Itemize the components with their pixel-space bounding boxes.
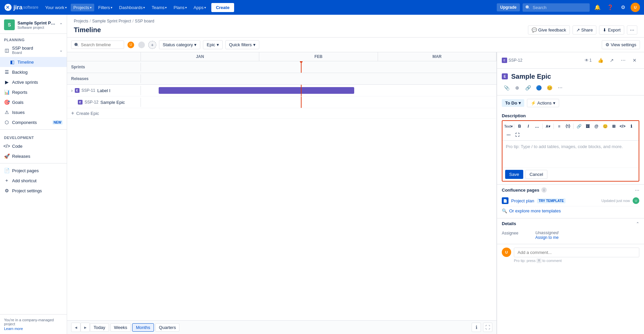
epic-expand-1[interactable]: ›: [71, 88, 73, 93]
share-icon: ↗: [576, 27, 580, 32]
sidebar-item-goals[interactable]: 🎯 Goals: [0, 97, 67, 107]
share-button[interactable]: ↗ Share: [573, 25, 597, 35]
today-button[interactable]: Today: [90, 323, 109, 332]
editor-content[interactable]: Pro tip: Type / to add tables, images, c…: [502, 141, 639, 168]
more-insert-button[interactable]: ⋯: [504, 131, 513, 139]
link-format-button[interactable]: 🔗: [575, 122, 583, 130]
user-avatar[interactable]: U: [631, 3, 640, 12]
breadcrumb-project[interactable]: Sample Sprint Project: [92, 19, 131, 23]
sidebar-item-project-settings[interactable]: ⚙ Project settings: [0, 186, 67, 196]
sidebar-item-project-pages[interactable]: 📄 Project pages: [0, 165, 67, 176]
bullet-list-button[interactable]: ≡: [555, 122, 563, 130]
export-button[interactable]: ⬇ Export: [599, 25, 624, 35]
search-input[interactable]: [523, 3, 590, 12]
vote-button[interactable]: 👍: [596, 56, 605, 65]
status-category-filter[interactable]: Status category ▾: [159, 40, 200, 49]
quick-filters[interactable]: Quick filters ▾: [225, 40, 259, 49]
confluence-info-icon[interactable]: i: [541, 187, 547, 193]
try-template-badge[interactable]: TRY TEMPLATE: [537, 198, 566, 203]
status-filter-chevron: ▾: [194, 42, 197, 47]
sidebar-item-backlog[interactable]: ☰ Backlog: [0, 67, 67, 77]
view-settings-button[interactable]: ⚙ View settings: [602, 40, 640, 49]
settings-button[interactable]: ⚙: [618, 2, 628, 12]
more-toolbar-button[interactable]: ⋯: [555, 83, 565, 92]
add-people-button[interactable]: +: [148, 41, 156, 49]
nav-apps[interactable]: Apps ▾: [191, 4, 209, 11]
panel-more-button[interactable]: ⋯: [619, 56, 628, 65]
create-epic-row[interactable]: + Create Epic: [67, 108, 496, 119]
sidebar-expand-btn[interactable]: ⌃: [59, 22, 63, 27]
nav-next-button[interactable]: ▸: [80, 323, 90, 332]
info-format-button[interactable]: ℹ: [627, 122, 635, 130]
breadcrumb-board[interactable]: SSP board: [135, 19, 154, 23]
sidebar-item-add-shortcut[interactable]: ＋ Add shortcut: [0, 176, 67, 186]
link-button[interactable]: 🔗: [523, 83, 533, 92]
more-format-button[interactable]: …: [533, 122, 541, 130]
sidebar-item-timeline[interactable]: ◧ Timeline: [0, 57, 67, 67]
sidebar-item-reports[interactable]: 📊 Reports: [0, 87, 67, 97]
nav-plans[interactable]: Plans ▾: [171, 4, 190, 11]
today-line-2: [301, 85, 302, 96]
breadcrumb-projects[interactable]: Projects: [74, 19, 88, 23]
child-issue-button[interactable]: ⊕: [513, 83, 522, 92]
quarters-button[interactable]: Quarters: [155, 323, 180, 332]
explore-templates-link[interactable]: 🔍 Or explore more templates: [502, 206, 639, 215]
panel-share-button[interactable]: ↗: [607, 56, 616, 65]
fullscreen-button[interactable]: ⛶: [483, 323, 492, 332]
attach-button[interactable]: 📎: [502, 83, 511, 92]
avatar-filter-2[interactable]: [138, 41, 146, 49]
sidebar-item-releases[interactable]: 🚀 Releases: [0, 151, 67, 161]
numbered-list-button[interactable]: ⑴: [564, 122, 572, 130]
sidebar-item-issues[interactable]: ⚠ Issues: [0, 107, 67, 117]
epic-bar-1[interactable]: [141, 85, 496, 96]
comment-input[interactable]: [514, 248, 639, 257]
timeline-search-input[interactable]: [81, 42, 121, 47]
watch-button[interactable]: 👁 1: [583, 57, 594, 64]
assign-me-link[interactable]: Assign to me: [535, 235, 558, 240]
sidebar-item-active-sprints[interactable]: ▶ Active sprints: [0, 77, 67, 87]
give-feedback-button[interactable]: 💬 Give feedback: [528, 25, 570, 35]
sidebar-item-ssp-board[interactable]: ◫ SSP board Board ⌄: [0, 43, 67, 57]
emoji-format-button[interactable]: 😊: [601, 122, 609, 130]
more-actions-button[interactable]: ⋯: [627, 25, 637, 35]
avatar-filter-1[interactable]: U: [127, 41, 135, 49]
help-button[interactable]: ❓: [605, 2, 615, 12]
status-button[interactable]: To Do ▾: [502, 99, 524, 107]
confluence-more-button[interactable]: ⋯: [635, 188, 639, 193]
sidebar-item-code[interactable]: </> Code: [0, 141, 67, 151]
nav-dashboards[interactable]: Dashboards ▾: [116, 4, 148, 11]
description-editor[interactable]: Text▾ B I … A▾ ≡ ⑴ 🔗 🖼: [502, 120, 639, 182]
details-header[interactable]: Details ⌃: [502, 221, 639, 226]
sidebar-item-components[interactable]: ⬡ Components NEW: [0, 117, 67, 127]
weeks-button[interactable]: Weeks: [110, 323, 131, 332]
bold-button[interactable]: B: [516, 122, 524, 130]
nav-teams[interactable]: Teams ▾: [149, 4, 169, 11]
mention-button[interactable]: @: [592, 122, 600, 130]
emoji-button[interactable]: 😊: [545, 83, 554, 92]
expand-editor-button[interactable]: ⛶: [513, 131, 521, 139]
notifications-button[interactable]: 🔔: [592, 2, 602, 12]
table-button[interactable]: ⊞: [610, 122, 618, 130]
italic-button[interactable]: I: [524, 122, 532, 130]
nav-prev-button[interactable]: ◂: [71, 323, 80, 332]
panel-close-button[interactable]: ✕: [630, 56, 639, 65]
create-button[interactable]: Create: [211, 3, 234, 12]
epic-bar-2[interactable]: [141, 96, 496, 108]
text-style-btn[interactable]: Text▾: [504, 122, 513, 130]
text-color-button[interactable]: A▾: [544, 122, 552, 130]
epic-filter[interactable]: Epic ▾: [203, 40, 222, 49]
image-button[interactable]: 🖼: [584, 122, 592, 130]
nav-filters[interactable]: Filters ▾: [96, 4, 115, 11]
info-button[interactable]: ℹ: [472, 323, 481, 332]
months-button[interactable]: Months: [132, 323, 154, 332]
confluence-page-name[interactable]: Project plan: [511, 198, 534, 203]
nav-your-work[interactable]: Your work ▾: [42, 4, 69, 11]
save-description-button[interactable]: Save: [505, 170, 523, 179]
learn-more[interactable]: Learn more: [4, 327, 63, 331]
cancel-description-button[interactable]: Cancel: [525, 170, 547, 179]
nav-projects[interactable]: Projects ▾: [71, 4, 94, 11]
connect-button[interactable]: 🔵: [534, 83, 543, 92]
upgrade-button[interactable]: Upgrade: [497, 3, 520, 11]
code-button[interactable]: </>: [619, 122, 627, 130]
actions-button[interactable]: ⚡ Actions ▾: [527, 99, 559, 107]
